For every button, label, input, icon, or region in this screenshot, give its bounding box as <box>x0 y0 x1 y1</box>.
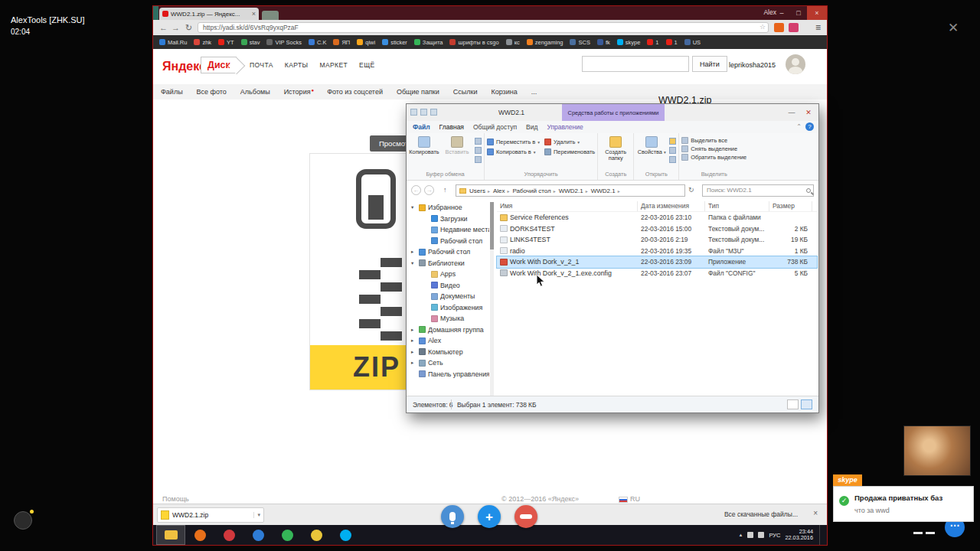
move-to-button[interactable]: Переместить в▾ <box>487 139 540 145</box>
explorer-minimize-button[interactable]: — <box>785 106 799 119</box>
bookmark-item[interactable]: Защита <box>414 39 443 46</box>
show-desktop-button[interactable] <box>819 525 822 545</box>
tray-expand-icon[interactable]: ▲ <box>738 533 743 537</box>
reload-icon[interactable]: ↻ <box>185 22 192 33</box>
sidebar-item[interactable]: Изображения <box>407 302 489 314</box>
extension-icon[interactable] <box>789 23 799 32</box>
translate-icon[interactable] <box>774 23 784 32</box>
help-icon[interactable]: ? <box>805 122 814 131</box>
breadcrumb-segment[interactable]: Users <box>469 187 492 194</box>
nav-up-icon[interactable]: ↑ <box>443 186 447 194</box>
tab-file[interactable]: Файл <box>413 123 430 131</box>
bookmark-item[interactable]: 1 <box>647 39 658 46</box>
sidebar-item[interactable]: ▸ Домашняя группа <box>407 324 489 336</box>
yandex-logo[interactable]: Яндекс <box>162 60 206 73</box>
service-menu-item[interactable]: КАРТЫ <box>285 61 309 69</box>
breadcrumb-segment[interactable]: WWD2.1 <box>559 187 590 194</box>
tab-close-icon[interactable]: × <box>252 10 256 18</box>
skype-notification[interactable]: ✓ Продажа приватных баз что за wwd <box>833 486 974 522</box>
keyboard-language[interactable]: РУС <box>769 532 780 539</box>
rename-button[interactable]: Переименовать <box>544 148 595 155</box>
disk-nav-item[interactable]: Альбомы <box>240 88 271 96</box>
column-name[interactable]: Имя <box>497 201 638 211</box>
bookmark-star-icon[interactable]: ☆ <box>760 23 766 31</box>
account-name[interactable]: leprikosha2015 <box>729 61 776 69</box>
bookmark-item[interactable]: кс <box>506 39 520 46</box>
url-input[interactable]: https://yadi.sk/d/6VsRq9yxqPzaF <box>198 22 769 33</box>
tab-share[interactable]: Общий доступ <box>473 123 517 131</box>
overlay-close-icon[interactable]: ✕ <box>948 20 959 36</box>
window-maximize-button[interactable]: □ <box>790 6 807 20</box>
window-minimize-button[interactable]: – <box>773 6 790 20</box>
file-row[interactable]: LINKS4TEST 20-03-2016 2:19 Текстовый док… <box>497 234 817 246</box>
all-downloads-link[interactable]: Все скачанные файлы... <box>724 510 798 518</box>
paste-shortcut-icon[interactable] <box>475 156 482 163</box>
volume-icon[interactable] <box>758 532 764 538</box>
cut-icon[interactable] <box>475 138 482 145</box>
disk-service-tab[interactable]: Диск <box>201 57 237 73</box>
file-row[interactable]: Service References 22-03-2016 23:10 Папк… <box>497 212 817 223</box>
select-none-button[interactable]: Снять выделение <box>681 145 746 152</box>
column-type[interactable]: Тип <box>705 201 769 211</box>
taskbar-app-chrome[interactable] <box>302 525 331 545</box>
new-tab-button[interactable] <box>262 11 279 20</box>
taskbar-app-agent[interactable] <box>273 525 302 545</box>
expander-icon[interactable]: ▸ <box>411 360 416 366</box>
service-menu-item[interactable]: ЕЩЁ <box>359 61 375 69</box>
sidebar-item[interactable]: Загрузки <box>407 214 489 225</box>
nav-back-icon[interactable]: ← <box>411 185 421 195</box>
bookmark-item[interactable]: fk <box>597 39 610 46</box>
breadcrumb-segment[interactable]: Alex <box>493 187 512 194</box>
column-size[interactable]: Размер <box>769 201 812 211</box>
search-button[interactable]: Найти <box>692 56 727 72</box>
expander-icon[interactable]: ▾ <box>411 204 416 210</box>
bookmark-item[interactable]: SCS <box>570 39 590 46</box>
taskbar-app-opera[interactable] <box>214 525 243 545</box>
disk-nav-item[interactable]: Ссылки <box>453 88 479 96</box>
sidebar-item[interactable]: Панель управления <box>407 369 489 380</box>
history-icon[interactable] <box>669 156 676 163</box>
download-caret-icon[interactable]: ▾ <box>253 512 260 518</box>
tab-manage[interactable]: Управление <box>547 123 583 131</box>
bookmark-item[interactable]: zengaming <box>527 39 564 46</box>
explorer-close-button[interactable]: ✕ <box>802 106 815 119</box>
column-date[interactable]: Дата изменения <box>638 201 705 211</box>
back-icon[interactable]: ← <box>159 22 168 33</box>
service-menu-item[interactable]: ПОЧТА <box>250 61 273 69</box>
sidebar-item[interactable]: Недавние места <box>407 224 489 236</box>
sidebar-item[interactable]: ▸ Рабочий стол <box>407 246 489 258</box>
sidebar-item[interactable]: Apps <box>407 269 489 280</box>
language-switch[interactable]: RU <box>619 495 640 503</box>
download-item[interactable]: WWD2.1.zip ▾ <box>157 507 264 523</box>
menu-icon[interactable]: ≡ <box>815 22 821 33</box>
quick-access-toolbar[interactable] <box>410 109 437 116</box>
browser-tab[interactable]: WWD2.1.zip — Яндекс... × <box>159 8 259 20</box>
nav-forward-icon[interactable]: → <box>424 185 434 195</box>
expander-icon[interactable]: ▾ <box>411 260 416 266</box>
sidebar-item[interactable]: Документы <box>407 291 489 302</box>
copy-path-icon[interactable] <box>475 147 482 154</box>
disk-nav-item[interactable]: Общие папки <box>397 88 440 96</box>
network-icon[interactable] <box>747 532 753 538</box>
window-close-button[interactable]: × <box>807 6 827 20</box>
bookmark-item[interactable]: C.K <box>309 39 327 46</box>
help-link[interactable]: Помощь <box>162 495 189 503</box>
file-row[interactable]: Work With Dork_v_2_1 22-03-2016 23:09 Пр… <box>497 256 817 268</box>
bookmark-item[interactable]: 1 <box>666 39 678 46</box>
tab-home[interactable]: Главная <box>439 123 464 131</box>
end-call-button[interactable] <box>514 505 537 528</box>
ribbon-collapse-icon[interactable]: ⌃ <box>796 123 802 130</box>
properties-button[interactable]: Свойства ▾ <box>636 135 667 155</box>
copy-to-button[interactable]: Копировать в▾ <box>487 148 540 155</box>
bookmark-item[interactable]: stav <box>241 39 260 46</box>
assistant-bubble[interactable] <box>14 511 32 530</box>
breadcrumb-segment[interactable]: WWD2.1 <box>591 187 622 194</box>
taskbar-app-explorer[interactable] <box>156 525 185 545</box>
taskbar-app-photos[interactable] <box>243 525 273 545</box>
disk-nav-item[interactable]: Корзина <box>491 88 518 96</box>
disk-nav-item[interactable]: Фото из соцсетей <box>327 88 384 96</box>
bookmark-item[interactable]: zhk <box>194 39 211 46</box>
select-all-button[interactable]: Выделить все <box>681 137 746 144</box>
taskbar-clock[interactable]: 23:44 22.03.2016 <box>785 529 813 542</box>
file-row[interactable]: DORKS4TEST 22-03-2016 15:00 Текстовый до… <box>497 223 817 235</box>
